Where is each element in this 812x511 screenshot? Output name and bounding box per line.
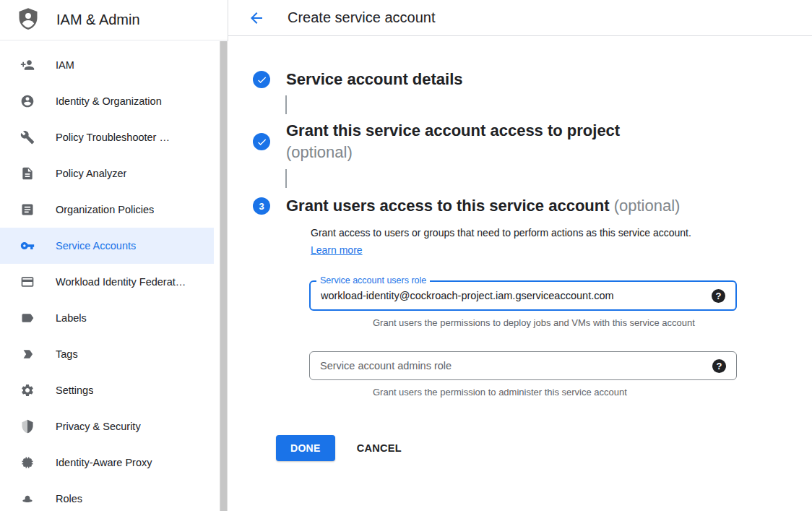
cancel-button[interactable]: CANCEL	[357, 442, 402, 454]
sidebar-title: IAM & Admin	[56, 12, 140, 28]
users-role-input[interactable]	[321, 290, 704, 301]
sidebar-item-organization-policies[interactable]: Organization Policies	[0, 192, 214, 228]
sidebar-item-service-accounts[interactable]: Service Accounts	[0, 228, 214, 264]
sidebar-divider	[228, 0, 228, 41]
admins-role-input[interactable]	[320, 360, 705, 372]
sidebar-item-label: Organization Policies	[56, 204, 154, 215]
hat-icon	[20, 491, 35, 506]
sidebar-item-label: Settings	[56, 385, 93, 396]
chip-icon	[20, 455, 35, 470]
service-account-admins-role-field: ? Grant users the permission to administ…	[309, 351, 737, 398]
step-2-title: Grant this service account access to pro…	[286, 120, 620, 142]
page-title: Create service account	[288, 9, 436, 26]
learn-more-link[interactable]: Learn more	[311, 244, 363, 256]
step-3-number-badge: 3	[253, 197, 270, 215]
sidebar-item-label: Roles	[56, 493, 82, 504]
sidebar-item-label: Policy Troubleshooter …	[56, 132, 170, 143]
sidebar-item-label: Identity & Organization	[56, 95, 162, 107]
sidebar-item-label: Identity-Aware Proxy	[56, 457, 152, 468]
label-icon	[20, 311, 35, 325]
step-3-title: Grant users access to this service accou…	[286, 197, 610, 215]
done-button[interactable]: DONE	[276, 435, 335, 461]
step-3-optional-label: (optional)	[614, 197, 681, 215]
step-1-check-icon	[253, 71, 270, 88]
help-icon[interactable]: ?	[712, 359, 726, 373]
sidebar-item-label: Privacy & Security	[56, 421, 141, 432]
users-role-floating-label: Service account users role	[316, 275, 430, 285]
step-3-number: 3	[259, 201, 264, 212]
policy-analyzer-icon	[20, 166, 35, 181]
sidebar: IAM & Admin IAM Identity & Organization …	[0, 0, 228, 511]
sidebar-item-workload-identity-federation[interactable]: Workload Identity Federat…	[0, 264, 214, 300]
sidebar-item-policy-troubleshooter[interactable]: Policy Troubleshooter …	[0, 119, 214, 155]
step-connector	[285, 169, 287, 188]
service-account-users-role-field: Service account users role ? Grant users…	[309, 280, 737, 328]
card-icon	[20, 275, 35, 289]
step-connector	[285, 95, 287, 114]
create-service-account-wizard: Service account details Grant this servi…	[228, 36, 812, 461]
sidebar-item-label: Labels	[56, 312, 87, 324]
sidebar-item-label: Tags	[56, 348, 78, 360]
step-2-check-icon	[253, 133, 270, 150]
sidebar-item-identity-organization[interactable]: Identity & Organization	[0, 83, 214, 119]
sidebar-item-tags[interactable]: Tags	[0, 336, 214, 372]
sidebar-item-labels[interactable]: Labels	[0, 300, 214, 336]
shield-icon	[20, 419, 35, 434]
sidebar-nav: IAM Identity & Organization Policy Troub…	[0, 40, 214, 511]
step-2-grant-access-to-project[interactable]: Grant this service account access to pro…	[253, 120, 812, 163]
sidebar-item-roles[interactable]: Roles	[0, 481, 214, 511]
description-text: Grant access to users or groups that nee…	[311, 227, 691, 239]
arrow-back-icon	[248, 9, 265, 27]
admins-role-helper-text: Grant users the permission to administer…	[373, 387, 737, 398]
step-3-description: Grant access to users or groups that nee…	[311, 224, 704, 259]
sidebar-scrollbar[interactable]	[220, 41, 228, 511]
sidebar-item-iam[interactable]: IAM	[0, 47, 214, 83]
service-account-key-icon	[20, 239, 35, 253]
sidebar-header: IAM & Admin	[0, 0, 228, 40]
step-3-grant-users-access[interactable]: 3 Grant users access to this service acc…	[253, 195, 812, 217]
sidebar-item-policy-analyzer[interactable]: Policy Analyzer	[0, 155, 214, 192]
document-icon	[20, 202, 35, 217]
wizard-actions: DONE CANCEL	[276, 435, 812, 461]
sidebar-item-label: IAM	[56, 59, 74, 71]
back-button[interactable]	[248, 9, 265, 27]
admins-role-input-box: ?	[309, 351, 737, 380]
help-icon[interactable]: ?	[712, 289, 725, 303]
step-1-service-account-details[interactable]: Service account details	[253, 69, 812, 90]
sidebar-item-label: Policy Analyzer	[56, 168, 126, 179]
users-role-input-box: Service account users role ?	[309, 280, 737, 311]
step-2-optional-label: (optional)	[286, 142, 620, 163]
person-add-icon	[20, 58, 35, 72]
sidebar-item-label: Service Accounts	[56, 240, 136, 252]
sidebar-item-label: Workload Identity Federat…	[56, 276, 186, 288]
step-1-title: Service account details	[286, 69, 463, 90]
iam-admin-shield-icon	[16, 7, 40, 34]
app-window: IAM & Admin IAM Identity & Organization …	[0, 0, 812, 511]
topbar: Create service account	[228, 0, 812, 36]
sidebar-item-settings[interactable]: Settings	[0, 372, 214, 408]
main-panel: Create service account Service account d…	[228, 0, 812, 511]
tag-icon	[20, 347, 35, 361]
account-circle-icon	[20, 94, 35, 108]
gear-icon	[20, 383, 35, 398]
sidebar-item-identity-aware-proxy[interactable]: Identity-Aware Proxy	[0, 445, 214, 481]
users-role-helper-text: Grant users the permissions to deploy jo…	[373, 317, 737, 328]
wrench-icon	[20, 130, 35, 145]
sidebar-item-privacy-security[interactable]: Privacy & Security	[0, 408, 214, 445]
